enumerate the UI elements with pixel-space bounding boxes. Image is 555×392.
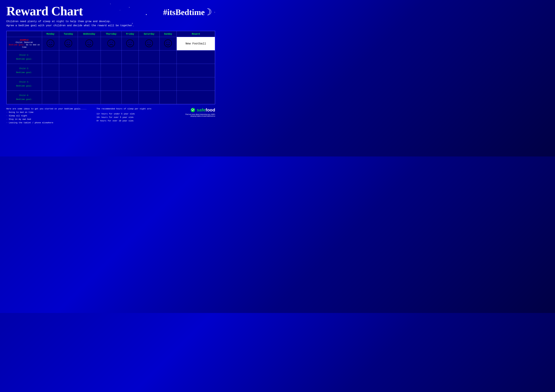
child1-tuesday (59, 50, 78, 64)
child1-row: Child 1: Bedtime goal: (7, 50, 215, 64)
svg-point-3 (65, 40, 72, 47)
child1-friday (122, 50, 139, 64)
header: Reward Chart #itsBedtime ☽ ✦ (6, 5, 215, 18)
smiley-happy-monday (46, 39, 55, 47)
child2-sunday (160, 64, 176, 77)
footer-right-heading: The recommended hours of sleep per night… (96, 107, 183, 111)
svg-point-1 (49, 42, 50, 43)
svg-point-10 (110, 42, 110, 43)
footer-left-item-1: · Going to bed on time (6, 111, 93, 114)
footer-middle: The recommended hours of sleep per night… (93, 107, 183, 123)
child3-wednesday (78, 77, 101, 91)
child1-monday (42, 50, 59, 64)
title-block: Reward Chart (6, 5, 83, 17)
child2-thursday (101, 64, 122, 77)
child3-saturday (139, 77, 160, 91)
hashtag-block: #itsBedtime ☽ ✦ (163, 6, 215, 18)
child3-goal-label: Bedtime goal: (8, 85, 41, 87)
svg-point-6 (86, 40, 93, 47)
child4-row: Child 4: Bedtime goal: (7, 91, 215, 104)
table-header-row: Monday Tuesday Wednesday Thursday Friday… (7, 31, 215, 37)
child1-sunday (160, 50, 176, 64)
child1-label-cell: Child 1: Bedtime goal: (7, 50, 42, 64)
child2-row: Child 2: Bedtime goal: (7, 64, 215, 77)
smiley-happy-saturday (145, 39, 153, 47)
child1-saturday (139, 50, 160, 64)
example-goal-line: Bedtime goal: Go to bed on time (8, 44, 41, 48)
child4-reward (176, 91, 215, 104)
footer-hours-item-3: 9+ hours for over 10 year olds (96, 119, 183, 123)
example-row: EXAMPLE Child: Deborah Bedtime goal: Go … (7, 37, 215, 50)
svg-point-4 (67, 42, 67, 43)
safefood-icon (190, 107, 196, 113)
footer-brand: safefood Find out more about improving y… (183, 107, 215, 117)
child2-tuesday (59, 64, 78, 77)
smiley-happy-sunday (164, 39, 172, 47)
svg-point-9 (108, 40, 115, 47)
child4-thursday (101, 91, 122, 104)
child4-goal-label: Bedtime goal: (8, 98, 41, 100)
example-thursday (101, 37, 122, 50)
footer-left-item-3: · Stay in my own bed (6, 118, 93, 121)
svg-point-7 (88, 42, 88, 43)
example-tuesday (59, 37, 78, 50)
col-thursday: Thursday (101, 31, 122, 37)
footer-left-item-2: · Sleep all night (6, 114, 93, 118)
child4-label-cell: Child 4: Bedtime goal: (7, 91, 42, 104)
moon-icon: ☽ (206, 6, 212, 18)
safefood-name: safefood (197, 107, 215, 113)
child3-label: Child 3: (8, 81, 41, 83)
smiley-sad-thursday (107, 39, 115, 47)
example-sunday (160, 37, 176, 50)
svg-point-18 (150, 42, 151, 43)
col-label (7, 31, 42, 37)
example-reward-cell: New Football (176, 37, 215, 50)
footer-hours-item-2: 10+ hours for over 5 year olds (96, 116, 183, 119)
child3-thursday (101, 77, 122, 91)
child4-label: Child 4: (8, 94, 41, 97)
example-monday (42, 37, 59, 50)
svg-point-17 (147, 42, 148, 43)
child-prefix: Child: (16, 41, 23, 44)
child4-friday (122, 91, 139, 104)
safefood-logo: safefood (190, 107, 215, 113)
child1-goal-label: Bedtime goal: (8, 58, 41, 60)
col-saturday: Saturday (139, 31, 160, 37)
child2-saturday (139, 64, 160, 77)
page-title: Reward Chart (6, 5, 83, 17)
footer-left-heading: Here are some ideas to get you started o… (6, 107, 93, 111)
example-wednesday (78, 37, 101, 50)
example-child-line: Child: Deborah (8, 41, 41, 44)
child3-sunday (160, 77, 176, 91)
hashtag-text: #itsBedtime (163, 7, 205, 17)
col-reward: Reward (176, 31, 215, 37)
svg-point-20 (167, 42, 167, 43)
subtitle: Children need plenty of sleep at night t… (6, 20, 215, 28)
child4-sunday (160, 91, 176, 104)
example-reward-text: New Football (185, 41, 207, 46)
child3-reward (176, 77, 215, 91)
svg-point-5 (69, 42, 70, 43)
child-name: Deborah (24, 41, 33, 44)
child2-reward (176, 64, 215, 77)
child2-monday (42, 64, 59, 77)
smiley-happy-wednesday (85, 39, 93, 47)
smiley-neutral-friday (126, 39, 134, 47)
svg-point-2 (51, 42, 52, 43)
col-friday: Friday (122, 31, 139, 37)
example-friday (122, 37, 139, 50)
subtitle-line1: Children need plenty of sleep at night t… (6, 20, 215, 24)
example-label: EXAMPLE (8, 39, 41, 41)
svg-point-13 (128, 42, 129, 43)
child4-wednesday (78, 91, 101, 104)
child3-friday (122, 77, 139, 91)
svg-point-8 (90, 42, 91, 43)
col-sunday: Sunday (160, 31, 176, 37)
child3-tuesday (59, 77, 78, 91)
svg-point-14 (131, 42, 132, 43)
child1-thursday (101, 50, 122, 64)
example-saturday (139, 37, 160, 50)
child4-tuesday (59, 91, 78, 104)
child1-reward (176, 50, 215, 64)
svg-point-12 (126, 40, 134, 47)
